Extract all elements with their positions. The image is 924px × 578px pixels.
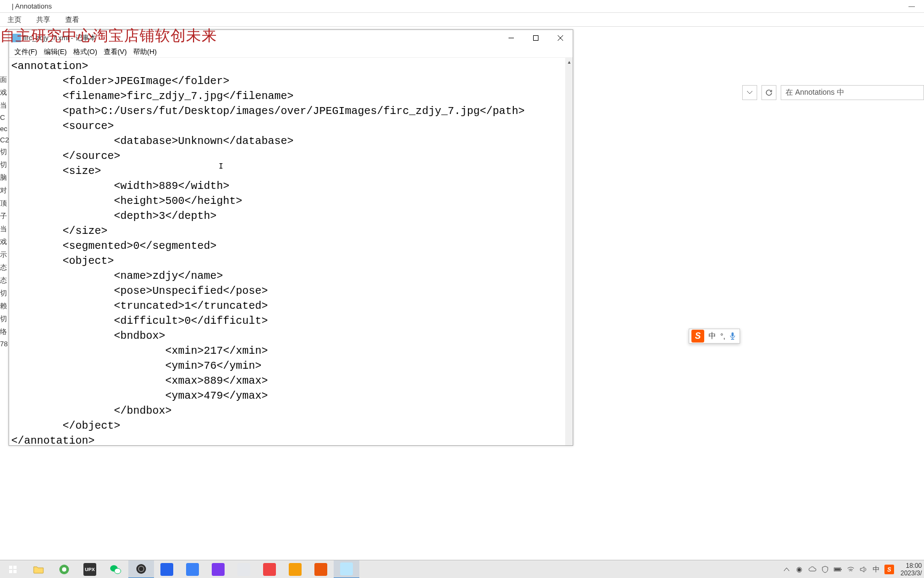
notepad-window: firc_zdjy_7.xml - 记事本 文件(F) 编辑(E) 格式(O) … xyxy=(9,29,573,446)
svg-rect-17 xyxy=(835,568,840,571)
taskbar-item-app-red[interactable] xyxy=(257,560,282,579)
menu-format[interactable]: 格式(O) xyxy=(70,47,101,57)
taskbar-item-obs[interactable] xyxy=(128,560,154,579)
svg-rect-16 xyxy=(841,569,842,570)
svg-rect-6 xyxy=(13,566,17,569)
menu-file[interactable]: 文件(F) xyxy=(11,47,41,57)
svg-rect-1 xyxy=(534,36,538,41)
app-purple-icon xyxy=(212,563,225,576)
obs-icon xyxy=(135,562,148,575)
explorer-titlebar: | Annotations — xyxy=(0,0,924,13)
tray-ime-lang[interactable]: 中 xyxy=(872,565,881,574)
notepad-menubar: 文件(F) 编辑(E) 格式(O) 查看(V) 帮助(H) xyxy=(9,46,573,58)
explorer-minimize-button[interactable]: — xyxy=(899,0,924,13)
explorer-ribbon-tabs: 主页 共享 查看 xyxy=(0,13,924,27)
tray-up-icon[interactable] xyxy=(782,565,791,574)
tray-onedrive-icon[interactable] xyxy=(807,565,817,574)
menu-edit[interactable]: 编辑(E) xyxy=(41,47,70,57)
ribbon-tab-share[interactable]: 共享 xyxy=(29,13,58,26)
notepad-close-button[interactable] xyxy=(548,30,573,46)
explorer-search-input[interactable]: 在 Annotations 中 xyxy=(781,85,924,100)
notepad-task-icon xyxy=(340,562,353,575)
svg-point-10 xyxy=(62,567,66,572)
tray-security-icon[interactable] xyxy=(820,565,830,574)
tray-clock[interactable]: 18:00 2023/3/ xyxy=(897,562,922,577)
svg-rect-5 xyxy=(9,566,12,569)
app-orange-icon xyxy=(314,563,327,576)
mic-icon[interactable] xyxy=(728,331,737,341)
explorer-title: | Annotations xyxy=(0,2,52,10)
svg-point-12 xyxy=(114,568,121,574)
taskbar-item-wechat[interactable] xyxy=(103,560,128,579)
taskbar-item-upx[interactable]: UPX xyxy=(77,560,103,579)
app-red-icon xyxy=(263,563,276,576)
ime-punct[interactable]: °, xyxy=(718,332,728,340)
ime-indicator[interactable]: S 中 °, xyxy=(689,329,740,344)
upx-icon: UPX xyxy=(83,563,96,576)
taskbar-item-app-orange[interactable] xyxy=(308,560,334,579)
svg-rect-7 xyxy=(9,570,12,573)
svg-rect-4 xyxy=(732,332,734,337)
explorer-icon xyxy=(32,563,45,576)
ime-lang[interactable]: 中 xyxy=(706,331,718,341)
scroll-up-icon[interactable]: ▴ xyxy=(565,58,573,65)
system-tray: ◉ 中 S 18:00 2023/3/ xyxy=(782,560,924,579)
ribbon-tab-home[interactable]: 主页 xyxy=(0,13,29,26)
app-paper-icon xyxy=(237,563,250,576)
refresh-button[interactable] xyxy=(761,85,776,100)
menu-view[interactable]: 查看(V) xyxy=(101,47,130,57)
taskbar-item-browser[interactable] xyxy=(51,560,77,579)
taskbar-item-explorer[interactable] xyxy=(26,560,51,579)
taskbar-item-app-blue1[interactable] xyxy=(154,560,180,579)
explorer-toolbar-right: 在 Annotations 中 xyxy=(742,85,924,101)
tray-app-icon[interactable]: ◉ xyxy=(795,565,804,574)
taskbar: UPX ◉ 中 S 18:00 2023/3/ xyxy=(0,560,924,578)
sogou-icon: S xyxy=(691,330,704,343)
menu-help[interactable]: 帮助(H) xyxy=(130,47,160,57)
taskbar-item-potplayer[interactable] xyxy=(282,560,308,579)
watermark-text: 自主研究中心淘宝店铺软创未来 xyxy=(0,26,217,46)
taskbar-item-start[interactable] xyxy=(0,560,26,579)
wechat-icon xyxy=(109,563,122,576)
taskbar-item-notepad-task[interactable] xyxy=(334,560,359,579)
tray-sogou-icon[interactable]: S xyxy=(884,565,894,574)
tray-battery-icon[interactable] xyxy=(833,565,843,574)
notepad-minimize-button[interactable] xyxy=(499,30,523,46)
app-blue2-icon xyxy=(186,563,199,576)
ribbon-tab-view[interactable]: 查看 xyxy=(58,13,87,26)
notepad-text-area[interactable]: <annotation> <folder>JPEGImage</folder> … xyxy=(9,58,565,445)
tray-wifi-icon[interactable] xyxy=(846,565,856,574)
notepad-scrollbar[interactable]: ▴ xyxy=(565,58,573,445)
app-blue1-icon xyxy=(160,563,173,576)
text-caret: I xyxy=(219,162,223,170)
svg-point-13 xyxy=(136,564,146,574)
taskbar-item-app-purple[interactable] xyxy=(205,560,231,579)
notepad-maximize-button[interactable] xyxy=(523,30,548,46)
address-dropdown-button[interactable] xyxy=(742,85,757,100)
svg-rect-8 xyxy=(13,570,17,573)
tray-volume-icon[interactable] xyxy=(859,565,868,574)
potplayer-icon xyxy=(289,563,302,576)
start-icon xyxy=(6,563,19,576)
browser-icon xyxy=(58,563,71,576)
taskbar-item-app-paper[interactable] xyxy=(231,560,257,579)
taskbar-item-app-blue2[interactable] xyxy=(180,560,205,579)
